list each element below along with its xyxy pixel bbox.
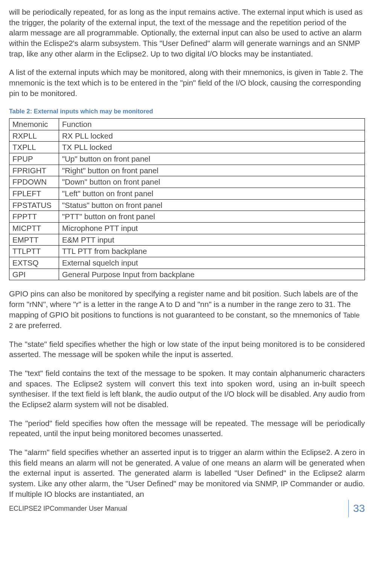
cell-function: "PTT" button on front panel: [59, 211, 365, 223]
header-mnemonic: Mnemonic: [9, 118, 59, 130]
mnemonic-table: Mnemonic Function RXPLLRX PLL locked TXP…: [9, 118, 365, 280]
body-paragraph-7: The "alarm" field specifies whether an a…: [9, 447, 365, 499]
table-row: GPIGeneral Purpose Input from backplane: [9, 269, 365, 280]
cell-mnemonic: FPSTATUS: [9, 199, 59, 211]
cell-mnemonic: EMPTT: [9, 234, 59, 246]
cell-function: TX PLL locked: [59, 142, 365, 153]
page-footer: ECLIPSE2 IPCommander User Manual 33: [9, 500, 365, 517]
table-row: FPDOWN"Down" button on front panel: [9, 176, 365, 188]
cell-function: "Status" button on front panel: [59, 199, 365, 211]
cell-function: "Down" button on front panel: [59, 176, 365, 188]
body-paragraph-6: The "period" field specifies how often t…: [9, 418, 365, 439]
cell-mnemonic: TTLPTT: [9, 246, 59, 257]
cell-mnemonic: RXPLL: [9, 130, 59, 142]
body-paragraph-2: A list of the external inputs which may …: [9, 67, 365, 98]
cell-mnemonic: TXPLL: [9, 142, 59, 153]
cell-function: General Purpose Input from backplane: [59, 269, 365, 280]
page-number-wrap: 33: [348, 500, 365, 517]
table-row: MICPTTMicrophone PTT input: [9, 222, 365, 234]
cell-function: TTL PTT from backplane: [59, 246, 365, 257]
cell-mnemonic: FPPTT: [9, 211, 59, 223]
p2-table-ref: Table 2: [323, 69, 346, 76]
table-row: FPRIGHT"Right" button on front panel: [9, 165, 365, 176]
cell-function: E&M PTT input: [59, 234, 365, 246]
table-caption: Table 2: External inputs which may be mo…: [9, 107, 365, 115]
table-row: TTLPTTTTL PTT from backplane: [9, 246, 365, 257]
table-row: TXPLLTX PLL locked: [9, 142, 365, 153]
cell-mnemonic: FPUP: [9, 153, 59, 165]
table-row: EMPTTE&M PTT input: [9, 234, 365, 246]
footer-title: ECLIPSE2 IPCommander User Manual: [9, 504, 127, 513]
cell-mnemonic: FPDOWN: [9, 176, 59, 188]
table-row: FPUP"Up" button on front panel: [9, 153, 365, 165]
cell-mnemonic: EXTSQ: [9, 257, 59, 269]
cell-function: "Right" button on front panel: [59, 165, 365, 176]
cell-function: Microphone PTT input: [59, 222, 365, 234]
body-paragraph-1: will be periodically repeated, for as lo…: [9, 7, 365, 59]
cell-function: RX PLL locked: [59, 130, 365, 142]
cell-mnemonic: FPLEFT: [9, 188, 59, 199]
body-paragraph-5: The "text" field contains the text of th…: [9, 368, 365, 410]
cell-function: External squelch input: [59, 257, 365, 269]
p2-part-a: A list of the external inputs which may …: [9, 68, 323, 76]
body-paragraph-3: GPIO pins can also be monitored by speci…: [9, 289, 365, 330]
table-row: FPLEFT"Left" button on front panel: [9, 188, 365, 199]
table-row: FPPTT"PTT" button on front panel: [9, 211, 365, 223]
cell-mnemonic: GPI: [9, 269, 59, 280]
cell-mnemonic: MICPTT: [9, 222, 59, 234]
cell-function: "Up" button on front panel: [59, 153, 365, 165]
header-function: Function: [59, 118, 365, 130]
table-header-row: Mnemonic Function: [9, 118, 365, 130]
table-row: FPSTATUS"Status" button on front panel: [9, 199, 365, 211]
table-row: EXTSQExternal squelch input: [9, 257, 365, 269]
cell-mnemonic: FPRIGHT: [9, 165, 59, 176]
p3-part-b: are preferred.: [13, 321, 62, 330]
page-number: 33: [348, 500, 365, 517]
p3-part-a: GPIO pins can also be monitored by speci…: [9, 289, 358, 319]
table-row: RXPLLRX PLL locked: [9, 130, 365, 142]
body-paragraph-4: The "state" field specifies whether the …: [9, 339, 365, 360]
cell-function: "Left" button on front panel: [59, 188, 365, 199]
